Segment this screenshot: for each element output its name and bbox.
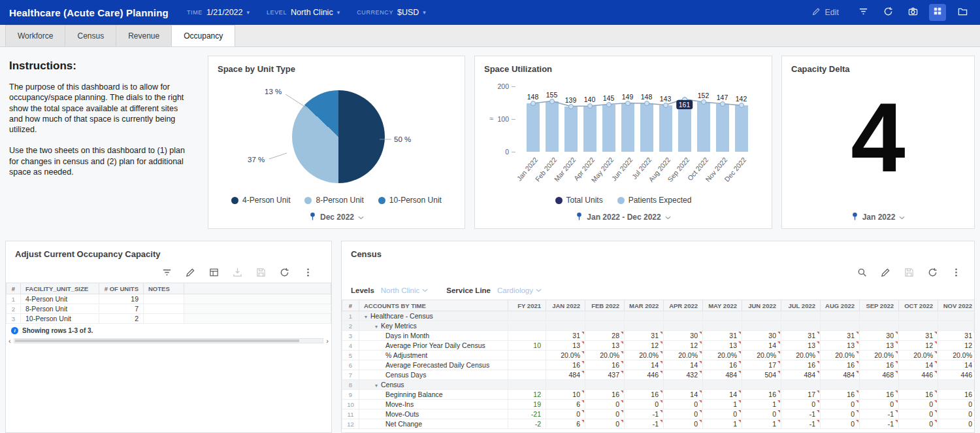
cell-month-value[interactable]: 20.0%	[938, 351, 975, 360]
cell-month-value[interactable]	[899, 311, 938, 321]
cell-month-value[interactable]: -1	[625, 419, 664, 429]
cell-fy-2021[interactable]	[508, 311, 546, 321]
levels-filter-value[interactable]: North Clinic	[381, 286, 428, 294]
tab-revenue[interactable]: Revenue	[116, 25, 172, 46]
period-selector[interactable]: Jan 2022	[782, 212, 974, 222]
apps-button[interactable]	[929, 4, 946, 21]
cell-month-value[interactable]: 14	[742, 341, 781, 351]
cell-fy-2021[interactable]: -2	[508, 419, 546, 429]
cell-month-value[interactable]: 31	[546, 331, 585, 341]
cell-month-value[interactable]: 31	[938, 331, 975, 341]
more-vertical-icon[interactable]	[302, 267, 313, 277]
edit-button[interactable]: Edit	[812, 7, 839, 18]
cell-month-value[interactable]: 16	[781, 360, 821, 370]
cell-month-value[interactable]: 20.0%	[625, 351, 664, 360]
cell-fy-2021[interactable]	[508, 331, 546, 341]
pie-chart[interactable]	[292, 90, 385, 183]
cell-month-value[interactable]: 6	[546, 400, 585, 409]
tab-occupancy[interactable]: Occupancy	[172, 25, 235, 46]
cell-month-value[interactable]	[625, 311, 664, 321]
cell-month-value[interactable]: 31	[821, 331, 860, 341]
expand-icon[interactable]: ▾	[375, 383, 378, 389]
cell-month-value[interactable]	[664, 321, 703, 331]
cell-month-value[interactable]: 28	[585, 331, 625, 341]
cell-fy-2021[interactable]: 10	[508, 341, 546, 351]
cell-month-value[interactable]: 13	[585, 341, 625, 351]
currency-selector[interactable]: CURRENCY $USD ▾	[357, 8, 426, 17]
cell-month-value[interactable]: 446	[938, 370, 975, 380]
cell-month-value[interactable]: 30	[664, 331, 703, 341]
cell-month-value[interactable]	[899, 321, 938, 331]
cell-month-value[interactable]: 16	[585, 390, 625, 400]
cell-month-value[interactable]: 0	[899, 419, 938, 429]
cell-month-value[interactable]: -1	[860, 419, 899, 429]
refresh-icon[interactable]	[279, 267, 289, 277]
period-selector[interactable]: Jan 2022 - Dec 2022	[475, 212, 772, 222]
cell-month-value[interactable]: 0	[742, 409, 781, 419]
cell-fy-2021[interactable]	[508, 370, 546, 380]
grid-settings-icon[interactable]	[208, 267, 219, 277]
filter-button[interactable]	[855, 4, 872, 21]
cell-month-value[interactable]: 0	[585, 409, 625, 419]
cell-month-value[interactable]: 20.0%	[546, 351, 585, 360]
cell-fy-2021[interactable]	[508, 321, 546, 331]
cell-month-value[interactable]	[546, 380, 585, 390]
cell-month-value[interactable]: 10	[546, 390, 585, 400]
cell-month-value[interactable]: 30	[860, 331, 899, 341]
cell-notes[interactable]	[144, 314, 184, 324]
cell-month-value[interactable]	[742, 321, 781, 331]
cell-month-value[interactable]: 0	[821, 419, 860, 429]
cell-month-value[interactable]: 0	[899, 409, 938, 419]
cell-month-value[interactable]	[938, 311, 975, 321]
cell-month-value[interactable]: 17	[781, 390, 821, 400]
cell-notes[interactable]	[144, 304, 184, 314]
cell-month-value[interactable]: 0	[938, 419, 975, 429]
cell-month-value[interactable]: 16	[938, 390, 975, 400]
cell-month-value[interactable]	[821, 380, 860, 390]
cell-month-value[interactable]: 14	[703, 390, 742, 400]
cell-month-value[interactable]	[703, 311, 742, 321]
cell-fy-2021[interactable]: 12	[508, 390, 546, 400]
cell-month-value[interactable]: 0	[938, 409, 975, 419]
cell-month-value[interactable]: 31	[781, 331, 821, 341]
cell-month-value[interactable]: 16	[742, 390, 781, 400]
cell-month-value[interactable]	[781, 321, 821, 331]
cell-month-value[interactable]	[585, 321, 625, 331]
cell-month-value[interactable]	[781, 311, 821, 321]
cell-month-value[interactable]: 16	[625, 390, 664, 400]
cell-month-value[interactable]: 20.0%	[585, 351, 625, 360]
cell-month-value[interactable]	[821, 321, 860, 331]
cell-month-value[interactable]: 0	[625, 400, 664, 409]
cell-month-value[interactable]	[860, 311, 899, 321]
more-vertical-icon[interactable]	[951, 267, 961, 277]
expand-icon[interactable]: ▾	[365, 314, 367, 320]
cell-month-value[interactable]: 16	[860, 390, 899, 400]
cell-facility-unit-size[interactable]: 8-Person Unit	[21, 304, 99, 314]
scroll-right-icon[interactable]: ›	[326, 338, 329, 345]
tab-census[interactable]: Census	[65, 25, 116, 46]
cell-month-value[interactable]: 16	[821, 390, 860, 400]
cell-month-value[interactable]: 1	[703, 400, 742, 409]
cell-month-value[interactable]: 432	[664, 370, 703, 380]
cell-month-value[interactable]: 16	[860, 360, 899, 370]
cell-month-value[interactable]: 12	[625, 341, 664, 351]
cell-month-value[interactable]: 437	[585, 370, 625, 380]
cell-month-value[interactable]: 0	[664, 419, 703, 429]
cell-month-value[interactable]: 14	[664, 390, 703, 400]
cell-month-value[interactable]	[703, 380, 742, 390]
workspace-button[interactable]	[954, 4, 971, 21]
cell-month-value[interactable]	[781, 380, 821, 390]
cell-month-value[interactable]: 12	[899, 341, 938, 351]
cell-month-value[interactable]	[585, 380, 625, 390]
cell-month-value[interactable]: 16	[585, 360, 625, 370]
refresh-icon[interactable]	[927, 267, 938, 277]
service-line-filter-value[interactable]: Cardiology	[497, 286, 542, 294]
cell-month-value[interactable]	[625, 380, 664, 390]
cell-month-value[interactable]: 468	[860, 370, 899, 380]
cell-month-value[interactable]: 484	[546, 370, 585, 380]
cell-month-value[interactable]	[899, 380, 938, 390]
cell-month-value[interactable]	[938, 380, 975, 390]
cell-month-value[interactable]: 16	[899, 390, 938, 400]
cell-month-value[interactable]: 0	[899, 400, 938, 409]
cell-month-value[interactable]: 20.0%	[781, 351, 821, 360]
